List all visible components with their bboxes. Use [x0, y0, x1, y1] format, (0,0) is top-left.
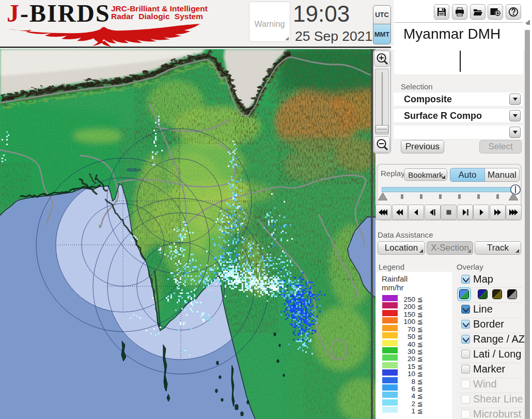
svg-text:450km: 450km — [127, 167, 142, 173]
